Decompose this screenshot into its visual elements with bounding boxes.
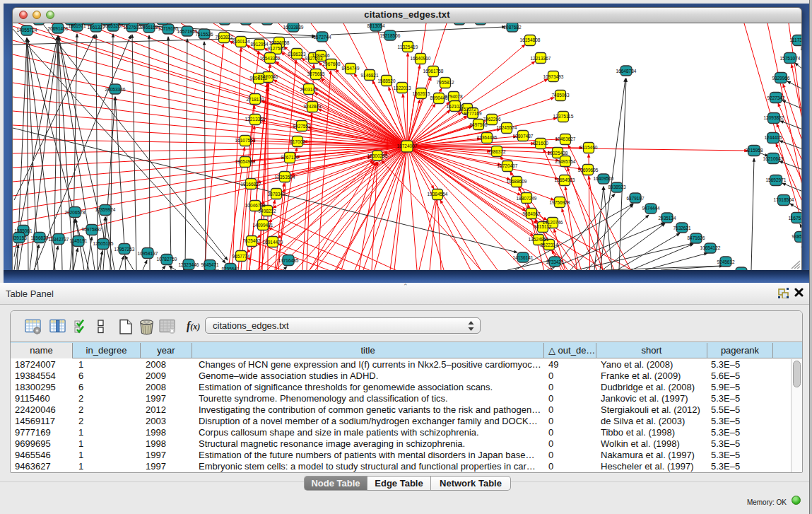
svg-text:16245574: 16245574	[497, 125, 517, 130]
svg-text:12323446: 12323446	[179, 262, 199, 267]
svg-text:1167533: 1167533	[789, 216, 803, 221]
svg-text:6497508: 6497508	[470, 122, 488, 127]
svg-text:10699695: 10699695	[578, 168, 599, 173]
svg-text:8186323: 8186323	[288, 52, 306, 57]
svg-text:20206578: 20206578	[65, 210, 86, 215]
svg-text:9127503: 9127503	[268, 46, 286, 51]
svg-text:1527602: 1527602	[124, 25, 141, 30]
svg-text:10046798: 10046798	[245, 203, 266, 208]
svg-text:16107553: 16107553	[235, 138, 256, 143]
svg-text:1385061: 1385061	[15, 228, 33, 233]
svg-text:617006: 617006	[290, 139, 305, 144]
svg-text:1588520: 1588520	[378, 78, 396, 83]
svg-text:1156829: 1156829	[31, 235, 49, 240]
svg-text:9896112: 9896112	[250, 76, 268, 81]
svg-text:16640910: 16640910	[411, 56, 431, 61]
svg-text:90975887: 90975887	[82, 227, 102, 232]
svg-text:10654122: 10654122	[700, 245, 721, 250]
svg-text:18807249: 18807249	[517, 196, 537, 201]
svg-text:9146821: 9146821	[361, 73, 379, 78]
svg-text:8160124: 8160124	[233, 39, 250, 44]
svg-text:7625402: 7625402	[243, 238, 261, 243]
svg-text:20691406: 20691406	[48, 26, 69, 31]
svg-text:7485063: 7485063	[552, 93, 570, 98]
svg-text:9329966: 9329966	[772, 76, 790, 81]
svg-text:9498212: 9498212	[259, 209, 276, 214]
svg-text:10025438: 10025438	[548, 151, 568, 156]
svg-text:13716485: 13716485	[278, 258, 299, 263]
svg-text:3875685: 3875685	[307, 71, 325, 76]
svg-text:16210643: 16210643	[763, 156, 784, 161]
svg-text:7462266: 7462266	[483, 117, 501, 122]
svg-text:9245612: 9245612	[717, 259, 735, 264]
svg-text:19166827: 19166827	[241, 182, 261, 187]
svg-text:17018504: 17018504	[774, 197, 794, 202]
svg-text:23495754: 23495754	[555, 159, 576, 164]
svg-text:7663822: 7663822	[216, 35, 233, 40]
svg-text:12505135: 12505135	[93, 241, 114, 246]
svg-text:12213369: 12213369	[245, 117, 266, 122]
svg-text:1145191: 1145191	[70, 238, 88, 243]
svg-text:12342737: 12342737	[49, 237, 69, 242]
svg-text:9385753: 9385753	[792, 234, 803, 239]
svg-text:10973493: 10973493	[543, 74, 564, 79]
svg-text:10688609: 10688609	[507, 179, 527, 184]
svg-text:14055724: 14055724	[17, 28, 37, 33]
svg-text:21364436: 21364436	[477, 135, 498, 140]
svg-text:8912954: 8912954	[251, 42, 269, 47]
svg-text:15751074: 15751074	[780, 56, 801, 61]
svg-text:10719195: 10719195	[158, 26, 179, 31]
svg-text:1615112: 1615112	[534, 224, 552, 229]
svg-text:621600: 621600	[533, 141, 548, 146]
svg-text:12353594: 12353594	[275, 175, 295, 180]
svg-text:2718170: 2718170	[247, 97, 264, 102]
svg-text:16033839: 16033839	[283, 25, 304, 30]
svg-text:8427552: 8427552	[293, 124, 311, 129]
svg-text:7955812: 7955812	[437, 80, 454, 85]
svg-text:16571955: 16571955	[177, 29, 198, 34]
svg-text:10807487: 10807487	[513, 134, 534, 139]
svg-text:8466162: 8466162	[141, 25, 158, 30]
svg-text:7632621: 7632621	[673, 226, 691, 230]
svg-text:2935134: 2935134	[659, 216, 676, 221]
svg-text:13654923: 13654923	[555, 177, 575, 182]
svg-text:18300295: 18300295	[367, 153, 388, 158]
svg-text:15226058: 15226058	[269, 40, 290, 45]
svg-text:2087682: 2087682	[504, 25, 522, 30]
svg-text:16154808: 16154808	[520, 37, 541, 42]
svg-text:9645471: 9645471	[201, 262, 219, 267]
svg-text:939153: 939153	[13, 235, 27, 240]
svg-text:12093832: 12093832	[764, 115, 784, 120]
svg-text:8471626: 8471626	[688, 235, 705, 240]
svg-text:11325419: 11325419	[398, 45, 418, 49]
svg-text:10958137: 10958137	[138, 251, 158, 256]
svg-text:1861971: 1861971	[69, 23, 86, 28]
svg-text:20053346: 20053346	[105, 87, 126, 92]
svg-text:2522314: 2522314	[541, 243, 558, 247]
svg-text:1284546: 1284546	[312, 53, 330, 58]
svg-text:6379197: 6379197	[627, 196, 645, 201]
svg-text:15720407: 15720407	[498, 163, 518, 168]
svg-text:9684067: 9684067	[523, 211, 541, 216]
svg-text:13524851: 13524851	[529, 237, 549, 242]
svg-text:16648784: 16648784	[616, 69, 637, 74]
svg-text:18724007: 18724007	[397, 144, 418, 148]
svg-text:9115460: 9115460	[580, 145, 598, 150]
svg-text:2903144: 2903144	[300, 87, 318, 92]
svg-text:10653267: 10653267	[103, 23, 124, 28]
svg-text:8454749: 8454749	[342, 66, 360, 71]
svg-text:16543362: 16543362	[260, 56, 281, 61]
svg-text:7515526: 7515526	[196, 32, 213, 37]
svg-text:17359924: 17359924	[95, 207, 116, 212]
svg-text:19756928: 19756928	[550, 200, 570, 205]
svg-text:1322013: 1322013	[394, 86, 411, 90]
svg-text:9242843: 9242843	[304, 104, 322, 109]
svg-text:8813054: 8813054	[367, 23, 385, 28]
svg-text:14136141: 14136141	[513, 255, 534, 260]
svg-text:16961758: 16961758	[423, 69, 444, 74]
svg-text:17957253: 17957253	[114, 247, 135, 252]
svg-text:9227342: 9227342	[767, 95, 785, 100]
svg-text:10782759: 10782759	[157, 257, 177, 262]
svg-text:12213367: 12213367	[531, 56, 551, 61]
svg-text:2967608: 2967608	[323, 62, 341, 66]
